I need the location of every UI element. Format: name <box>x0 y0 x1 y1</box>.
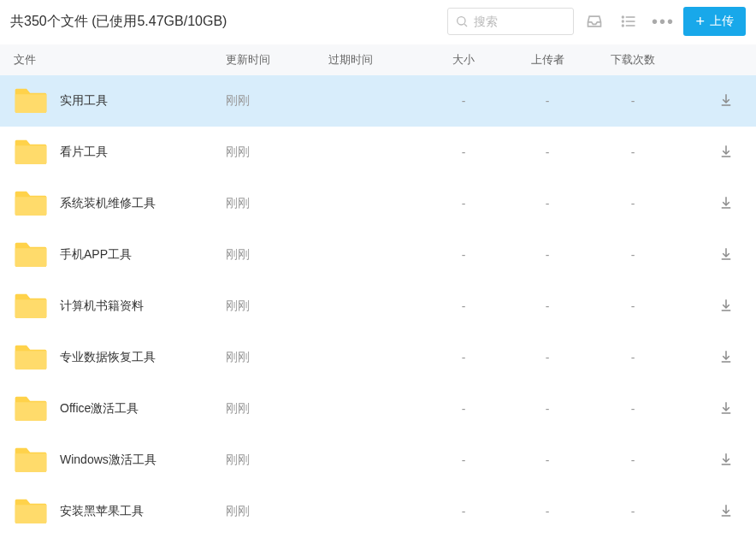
download-button[interactable] <box>718 298 734 313</box>
table-row[interactable]: 手机APP工具 刚刚 - - - <box>0 229 756 281</box>
col-header-uploader[interactable]: 上传者 <box>505 52 590 68</box>
cell-uploader: - <box>505 453 590 467</box>
cell-size: - <box>422 505 505 518</box>
table-row[interactable]: 实用工具 刚刚 - - - <box>0 75 756 127</box>
cell-dlcount: - <box>590 197 676 210</box>
cell-size: - <box>422 453 505 467</box>
cell-update: 刚刚 <box>226 350 328 365</box>
cell-size: - <box>422 145 505 159</box>
cell-uploader: - <box>505 248 590 262</box>
cell-dlcount: - <box>590 351 676 364</box>
file-name: 安装黑苹果工具 <box>60 504 144 519</box>
search-input[interactable] <box>474 15 566 28</box>
download-button[interactable] <box>718 195 734 210</box>
cell-uploader: - <box>505 505 590 518</box>
table-row[interactable]: Office激活工具 刚刚 - - - <box>0 383 756 435</box>
table-header: 文件 更新时间 过期时间 大小 上传者 下载次数 <box>0 44 756 75</box>
cell-update: 刚刚 <box>226 247 328 263</box>
file-name: 系统装机维修工具 <box>60 196 156 211</box>
upload-button[interactable]: + 上传 <box>683 7 746 36</box>
download-button[interactable] <box>718 246 734 262</box>
cell-update: 刚刚 <box>226 401 328 417</box>
search-icon <box>455 15 469 28</box>
col-header-expire[interactable]: 过期时间 <box>328 52 422 68</box>
table-row[interactable]: Windows激活工具 刚刚 - - - <box>0 435 756 486</box>
inbox-button[interactable] <box>581 8 608 35</box>
more-icon: ••• <box>652 12 675 32</box>
more-button[interactable]: ••• <box>649 8 676 35</box>
folder-icon <box>14 86 48 117</box>
cell-update: 刚刚 <box>226 452 328 468</box>
cell-uploader: - <box>505 402 590 416</box>
file-name: 看片工具 <box>60 145 108 160</box>
file-name: 专业数据恢复工具 <box>60 350 156 365</box>
cell-dlcount: - <box>590 505 676 518</box>
col-header-size[interactable]: 大小 <box>422 52 505 68</box>
cell-update: 刚刚 <box>226 93 328 109</box>
cell-update: 刚刚 <box>226 299 328 314</box>
file-name: 计算机书籍资料 <box>60 299 144 314</box>
download-button[interactable] <box>718 503 734 518</box>
cell-size: - <box>422 351 505 364</box>
cell-update: 刚刚 <box>226 145 328 160</box>
table-row[interactable]: 计算机书籍资料 刚刚 - - - <box>0 281 756 332</box>
cell-size: - <box>422 402 505 416</box>
download-button[interactable] <box>718 92 734 108</box>
download-button[interactable] <box>718 349 734 364</box>
table-row[interactable]: 系统装机维修工具 刚刚 - - - <box>0 178 756 229</box>
table-row[interactable]: 看片工具 刚刚 - - - <box>0 127 756 178</box>
storage-summary: 共350个文件 (已使用5.47GB/10GB) <box>10 13 440 31</box>
cell-dlcount: - <box>590 248 676 262</box>
cell-dlcount: - <box>590 299 676 313</box>
file-name: 实用工具 <box>60 93 108 109</box>
col-header-dlcount[interactable]: 下载次数 <box>590 52 676 68</box>
svg-point-0 <box>458 17 465 25</box>
file-name: Office激活工具 <box>60 401 139 417</box>
download-button[interactable] <box>718 400 734 416</box>
svg-point-7 <box>623 25 624 27</box>
table-row[interactable]: 专业数据恢复工具 刚刚 - - - <box>0 332 756 383</box>
folder-icon <box>14 291 48 322</box>
col-header-name[interactable]: 文件 <box>14 52 226 68</box>
cell-uploader: - <box>505 299 590 313</box>
download-button[interactable] <box>718 452 734 467</box>
cell-size: - <box>422 299 505 313</box>
folder-icon <box>14 239 48 271</box>
folder-icon <box>14 188 48 220</box>
cell-dlcount: - <box>590 402 676 416</box>
cell-dlcount: - <box>590 453 676 467</box>
list-view-button[interactable] <box>615 8 642 35</box>
folder-icon <box>14 445 48 476</box>
folder-icon <box>14 137 48 169</box>
col-header-update[interactable]: 更新时间 <box>226 52 328 68</box>
folder-icon <box>14 496 48 528</box>
svg-point-6 <box>623 21 624 22</box>
inbox-icon <box>586 13 603 30</box>
top-bar: 共350个文件 (已使用5.47GB/10GB) ••• + 上传 <box>0 0 756 44</box>
cell-uploader: - <box>505 197 590 210</box>
plus-icon: + <box>695 14 705 29</box>
table-row[interactable]: 安装黑苹果工具 刚刚 - - - <box>0 486 756 537</box>
list-icon <box>620 13 637 30</box>
cell-uploader: - <box>505 94 590 108</box>
cell-size: - <box>422 94 505 108</box>
file-name: 手机APP工具 <box>60 247 132 263</box>
folder-icon <box>14 393 48 425</box>
file-table: 文件 更新时间 过期时间 大小 上传者 下载次数 实用工具 刚刚 - - - 看… <box>0 44 756 537</box>
table-body: 实用工具 刚刚 - - - 看片工具 刚刚 - - - 系统装机维修工具 <box>0 75 756 537</box>
folder-icon <box>14 342 48 374</box>
svg-point-5 <box>623 16 624 18</box>
cell-update: 刚刚 <box>226 504 328 519</box>
download-button[interactable] <box>718 144 734 159</box>
cell-size: - <box>422 248 505 262</box>
upload-label: 上传 <box>710 14 734 29</box>
cell-uploader: - <box>505 145 590 159</box>
cell-update: 刚刚 <box>226 196 328 211</box>
cell-size: - <box>422 197 505 210</box>
search-box[interactable] <box>447 8 574 35</box>
cell-uploader: - <box>505 351 590 364</box>
file-name: Windows激活工具 <box>60 452 157 468</box>
svg-line-1 <box>465 24 468 27</box>
cell-dlcount: - <box>590 145 676 159</box>
cell-dlcount: - <box>590 94 676 108</box>
